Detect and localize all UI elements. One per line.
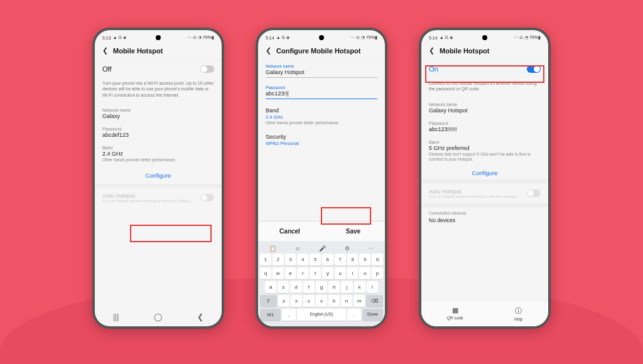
save-button[interactable]: Save (322, 222, 385, 241)
status-left-icons: ▲ G ◈ (440, 35, 453, 40)
cancel-button[interactable]: Cancel (258, 222, 322, 241)
qr-code-icon: ▦ (452, 306, 458, 314)
key-w[interactable]: w (273, 267, 284, 279)
password-field[interactable]: Password abc123!!| (258, 82, 385, 103)
home-icon[interactable]: ◯ (154, 313, 163, 321)
network-name-label: Network name (266, 64, 377, 68)
key-n[interactable]: n (341, 295, 352, 307)
configure-button[interactable]: Configure (95, 167, 222, 184)
toggle-switch-off[interactable] (200, 65, 214, 73)
key-t[interactable]: t (310, 267, 321, 279)
key-6[interactable]: 6 (322, 254, 333, 265)
key-z[interactable]: z (278, 295, 289, 307)
key-dot[interactable]: . (347, 309, 361, 321)
key-⌫[interactable]: ⌫ (366, 295, 383, 307)
network-name-input[interactable]: Galaxy Hotspot (266, 69, 377, 78)
key-q[interactable]: q (260, 267, 271, 279)
auto-hotspot-row: Auto Hotspot Turn on Nearby device scann… (95, 188, 222, 208)
camera-cutout (319, 35, 324, 40)
key-g[interactable]: g (316, 281, 327, 293)
auto-hotspot-toggle (200, 194, 214, 201)
info-icon: ⓘ (515, 306, 522, 316)
key-o[interactable]: o (359, 267, 370, 279)
emoji-icon[interactable]: ☺ (294, 245, 300, 252)
key-u[interactable]: u (335, 267, 346, 279)
phone-hotspot-on: 5:14 ▲ G ◈ ⋯ ⊙ ◔ 79%▮ ❮ Mobile Hotspot O… (419, 28, 551, 329)
back-icon[interactable]: ❮ (429, 46, 435, 55)
key-space[interactable]: English (US) (297, 309, 345, 321)
help-button[interactable]: ⓘ Help (514, 306, 522, 321)
gear-icon[interactable]: ⚙ (345, 245, 350, 252)
toggle-switch-on[interactable] (527, 65, 541, 73)
key-comma[interactable]: , (282, 309, 296, 321)
key-1[interactable]: 1 (260, 254, 271, 265)
clipboard-icon[interactable]: 📋 (269, 245, 276, 252)
key-r[interactable]: r (297, 267, 308, 279)
key-symbols[interactable]: !#1 (260, 309, 281, 321)
key-9[interactable]: 9 (359, 254, 370, 265)
key-0[interactable]: 0 (372, 254, 383, 265)
password-section: Password abc123!!!!!! (421, 117, 548, 136)
password-label: Password (266, 85, 377, 90)
kbd-row-4: !#1 , English (US) . Done (260, 309, 383, 321)
password-section: Password abcdef123 (95, 123, 222, 142)
network-name-field[interactable]: Network name Galaxy Hotspot (258, 60, 385, 82)
mic-icon[interactable]: 🎤 (319, 245, 326, 252)
password-input[interactable]: abc123!!| (266, 90, 377, 99)
key-5[interactable]: 5 (310, 254, 321, 265)
band-sub: Other bands provide better performance. (102, 158, 214, 163)
key-s[interactable]: s (278, 281, 289, 293)
key-p[interactable]: p (372, 267, 383, 279)
key-a[interactable]: a (265, 281, 276, 293)
key-7[interactable]: 7 (335, 254, 346, 265)
band-value: 2.4 GHz (266, 114, 377, 120)
key-3[interactable]: 3 (285, 254, 296, 265)
band-section: Band 5 GHz preferred Devices that don't … (421, 136, 548, 166)
recents-icon[interactable]: ||| (112, 313, 121, 321)
key-2[interactable]: 2 (273, 254, 284, 265)
key-f[interactable]: f (303, 281, 315, 293)
password-label: Password (102, 127, 214, 131)
auto-hotspot-label: Auto Hotspot (102, 193, 192, 199)
network-name-label: Network name (102, 108, 214, 112)
hotspot-toggle-row[interactable]: On (421, 60, 548, 78)
qr-code-label: QR code (447, 316, 463, 320)
band-field[interactable]: Band 2.4 GHz Other bands provide better … (258, 103, 385, 129)
back-icon[interactable]: ❮ (266, 46, 271, 55)
hotspot-toggle-row[interactable]: Off (95, 60, 222, 78)
key-c[interactable]: c (303, 295, 315, 307)
key-h[interactable]: h (328, 281, 340, 293)
key-d[interactable]: d (290, 281, 301, 293)
qr-code-button[interactable]: ▦ QR code (447, 306, 463, 321)
key-8[interactable]: 8 (347, 254, 359, 265)
phone-configure-hotspot: 5:14 ▲ G ◈ ⋯ ⊙ ◔ 79%▮ ❮ Configure Mobile… (256, 28, 387, 329)
key-e[interactable]: e (285, 267, 296, 279)
key-⇧[interactable]: ⇧ (260, 295, 277, 307)
camera-cutout (156, 35, 161, 40)
key-k[interactable]: k (354, 281, 365, 293)
configure-button[interactable]: Configure (421, 166, 548, 179)
back-nav-icon[interactable]: ❮ (196, 313, 205, 321)
key-i[interactable]: i (347, 267, 359, 279)
key-4[interactable]: 4 (297, 254, 308, 265)
toggle-label: Off (102, 65, 111, 73)
key-x[interactable]: x (291, 295, 302, 307)
key-v[interactable]: v (316, 295, 327, 307)
key-y[interactable]: y (322, 267, 333, 279)
more-icon[interactable]: ⋯ (368, 245, 374, 252)
key-j[interactable]: j (341, 281, 352, 293)
key-done[interactable]: Done (362, 309, 383, 321)
key-l[interactable]: l (367, 281, 378, 293)
security-field[interactable]: Security WPA2-Personal (258, 129, 385, 150)
keyboard: 📋 ☺ 🎤 ⚙ ⋯ 1234567890 qwertyuiop asdfghjk… (258, 241, 385, 326)
key-m[interactable]: m (354, 295, 365, 307)
header: ❮ Mobile Hotspot (95, 43, 222, 60)
keyboard-toolbar: 📋 ☺ 🎤 ⚙ ⋯ (260, 244, 383, 254)
status-right-icons: ⋯ ⊙ ◔ 79%▮ (350, 35, 377, 40)
header: ❮ Mobile Hotspot (421, 43, 548, 60)
page-title: Configure Mobile Hotspot (276, 47, 360, 55)
key-b[interactable]: b (328, 295, 340, 307)
kbd-row-1: qwertyuiop (260, 267, 383, 279)
back-icon[interactable]: ❮ (102, 46, 108, 55)
phone-hotspot-off: 5:13 ▲ G ◈ ⋯ ⊙ ◔ 79%▮ ❮ Mobile Hotspot O… (92, 28, 224, 329)
